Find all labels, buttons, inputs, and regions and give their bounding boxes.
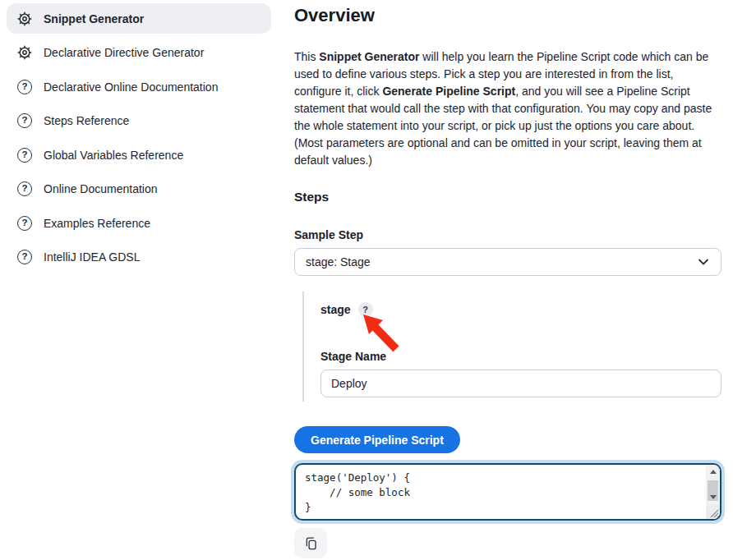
chevron-down-icon bbox=[697, 255, 710, 269]
sample-step-label: Sample Step bbox=[294, 228, 721, 241]
scrollbar[interactable] bbox=[706, 465, 720, 519]
sidebar-item-label: Online Documentation bbox=[44, 182, 158, 195]
question-circle-icon: ? bbox=[16, 215, 33, 232]
sidebar: Snippet Generator Declarative Directive … bbox=[7, 3, 271, 276]
help-icon[interactable]: ? bbox=[358, 302, 373, 317]
sidebar-item-global-variables-reference[interactable]: ? Global Variables Reference bbox=[7, 140, 271, 170]
sidebar-item-examples-reference[interactable]: ? Examples Reference bbox=[7, 208, 271, 238]
intro-paragraph: This Snippet Generator will help you lea… bbox=[294, 48, 721, 169]
scroll-down-icon[interactable] bbox=[706, 491, 720, 503]
page-title: Overview bbox=[294, 5, 721, 26]
sidebar-item-label: Global Variables Reference bbox=[44, 149, 183, 162]
question-circle-icon: ? bbox=[16, 249, 33, 265]
copy-button[interactable] bbox=[294, 528, 327, 558]
sample-step-select[interactable]: stage: Stage bbox=[294, 248, 721, 276]
scroll-up-icon[interactable] bbox=[706, 466, 720, 478]
sidebar-item-intellij-idea-gdsl[interactable]: ? IntelliJ IDEA GDSL bbox=[7, 242, 271, 273]
sample-step-selected-value: stage: Stage bbox=[306, 255, 371, 269]
gear-icon bbox=[16, 44, 33, 61]
pipeline-script-text[interactable]: stage('Deploy') { // some block } bbox=[296, 465, 720, 520]
intro-bold-generate-pipeline-script: Generate Pipeline Script bbox=[382, 85, 515, 98]
stage-name-label: Stage Name bbox=[320, 350, 721, 363]
sidebar-item-label: Steps Reference bbox=[44, 114, 129, 127]
question-circle-icon: ? bbox=[16, 112, 33, 129]
generate-pipeline-script-button[interactable]: Generate Pipeline Script bbox=[294, 426, 460, 453]
stage-name-input[interactable] bbox=[320, 370, 721, 397]
resize-grip-icon[interactable] bbox=[706, 505, 720, 519]
stage-row: stage ? bbox=[320, 302, 721, 317]
main-content: Overview This Snippet Generator will hel… bbox=[294, 0, 721, 558]
sidebar-item-label: IntelliJ IDEA GDSL bbox=[44, 250, 141, 264]
question-circle-icon: ? bbox=[16, 79, 33, 95]
steps-heading: Steps bbox=[294, 190, 721, 204]
sidebar-item-snippet-generator[interactable]: Snippet Generator bbox=[7, 3, 271, 34]
stage-label: stage bbox=[320, 303, 351, 316]
sidebar-item-online-documentation[interactable]: ? Online Documentation bbox=[7, 174, 271, 204]
stage-config-section: stage ? Stage Name bbox=[302, 291, 721, 402]
sidebar-item-steps-reference[interactable]: ? Steps Reference bbox=[7, 106, 271, 136]
copy-icon bbox=[303, 535, 319, 552]
sidebar-item-label: Examples Reference bbox=[44, 217, 150, 230]
sidebar-item-label: Snippet Generator bbox=[44, 12, 144, 25]
question-circle-icon: ? bbox=[16, 181, 33, 197]
gear-icon bbox=[16, 11, 33, 27]
pipeline-script-output[interactable]: stage('Deploy') { // some block } bbox=[294, 463, 721, 521]
sidebar-item-declarative-online-documentation[interactable]: ? Declarative Online Documentation bbox=[7, 71, 271, 102]
red-arrow-annotation bbox=[358, 313, 406, 352]
sidebar-item-label: Declarative Directive Generator bbox=[44, 46, 204, 59]
intro-text: This bbox=[294, 50, 319, 63]
intro-bold-snippet-generator: Snippet Generator bbox=[319, 50, 419, 63]
question-circle-icon: ? bbox=[16, 147, 33, 163]
sidebar-item-declarative-directive-generator[interactable]: Declarative Directive Generator bbox=[7, 38, 271, 68]
sidebar-item-label: Declarative Online Documentation bbox=[44, 80, 218, 94]
